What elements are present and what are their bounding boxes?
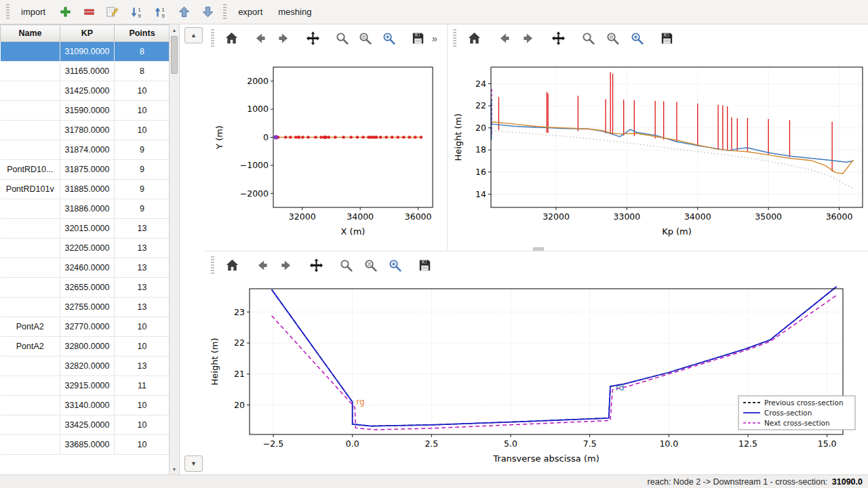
cell-name[interactable] [1, 239, 60, 258]
cell-name[interactable] [1, 81, 60, 101]
cell-name[interactable] [1, 219, 60, 239]
back-button[interactable] [252, 255, 272, 275]
cell-kp[interactable]: 31875.0000 [60, 160, 115, 180]
cell-points[interactable]: 13 [115, 239, 170, 258]
home-button[interactable] [464, 28, 484, 48]
table-row[interactable]: 32820.000013 [1, 357, 170, 376]
table-row[interactable]: PontA232770.000010 [1, 317, 170, 337]
cell-kp[interactable]: 31590.0000 [60, 101, 115, 121]
toolbar-overflow-chevron[interactable]: » [432, 33, 437, 44]
scroll-up-icon[interactable]: ▲ [170, 25, 179, 35]
table-row[interactable]: 31590.000010 [1, 101, 170, 121]
column-header-points[interactable]: Points [115, 25, 170, 42]
cell-name[interactable] [1, 199, 60, 219]
table-row[interactable]: 32460.000013 [1, 258, 170, 278]
cell-points[interactable]: 11 [115, 376, 170, 396]
section-down-button[interactable]: ▼ [184, 455, 203, 472]
cell-points[interactable]: 10 [115, 435, 170, 455]
cell-kp[interactable]: 32770.0000 [60, 317, 115, 337]
cell-points[interactable]: 10 [115, 101, 170, 121]
cell-kp[interactable]: 32820.0000 [60, 357, 115, 376]
cell-points[interactable]: 13 [115, 357, 170, 376]
cell-kp[interactable]: 33685.0000 [60, 435, 115, 455]
table-scrollbar[interactable]: ▲ ▼ [170, 24, 180, 474]
cell-kp[interactable]: 31874.0000 [60, 140, 115, 160]
table-row[interactable]: 31425.000010 [1, 81, 170, 101]
trace-chart[interactable]: 320003400036000−2000−1000010002000X (m)Y… [205, 52, 444, 247]
cell-name[interactable]: PontA2 [1, 317, 60, 337]
cell-points[interactable]: 13 [115, 219, 170, 239]
profile-chart[interactable]: 3200033000340003500036000141618202224Kp … [448, 52, 868, 247]
column-header-kp[interactable]: KP [60, 25, 115, 42]
table-row[interactable]: PontRD10...31875.00009 [1, 160, 170, 180]
table-row[interactable]: 31886.00009 [1, 199, 170, 219]
export-button[interactable]: export [231, 3, 269, 20]
import-button[interactable]: import [14, 3, 52, 20]
cell-name[interactable] [1, 258, 60, 278]
cell-points[interactable]: 13 [115, 298, 170, 317]
move-up-button[interactable] [174, 3, 194, 22]
cell-name[interactable] [1, 42, 60, 62]
table-row[interactable]: 32655.000013 [1, 278, 170, 298]
cell-name[interactable] [1, 435, 60, 455]
cell-name[interactable] [1, 396, 60, 415]
pan-button[interactable] [306, 255, 326, 275]
table-row[interactable]: 33425.000010 [1, 415, 170, 435]
cell-name[interactable]: PontA2 [1, 337, 60, 357]
cell-name[interactable] [1, 140, 60, 160]
pan-button[interactable] [303, 28, 323, 48]
cell-kp[interactable]: 31425.0000 [60, 81, 115, 101]
cell-kp[interactable]: 32205.0000 [60, 239, 115, 258]
cell-points[interactable]: 10 [115, 396, 170, 415]
table-row[interactable]: 33685.000010 [1, 435, 170, 455]
cell-points[interactable]: 10 [115, 81, 170, 101]
column-header-name[interactable]: Name [1, 25, 60, 42]
cell-points[interactable]: 10 [115, 337, 170, 357]
cell-name[interactable]: PontRD10... [1, 160, 60, 180]
cell-name[interactable] [1, 62, 60, 81]
cell-kp[interactable]: 31886.0000 [60, 199, 115, 219]
forward-button[interactable] [274, 28, 294, 48]
cell-points[interactable]: 9 [115, 140, 170, 160]
cell-points[interactable]: 13 [115, 278, 170, 298]
cell-points[interactable]: 10 [115, 121, 170, 140]
cell-name[interactable] [1, 278, 60, 298]
cell-kp[interactable]: 31780.0000 [60, 121, 115, 140]
configure-subplots-button[interactable] [602, 28, 623, 48]
back-button[interactable] [494, 28, 514, 48]
cell-kp[interactable]: 31090.0000 [60, 42, 115, 62]
home-button[interactable] [222, 255, 242, 275]
configure-subplots-button[interactable] [355, 28, 375, 48]
cell-kp[interactable]: 32755.0000 [60, 298, 115, 317]
table-row[interactable]: 31165.00008 [1, 62, 170, 81]
section-up-button[interactable]: ▲ [184, 27, 203, 43]
zoom-button[interactable] [332, 28, 352, 48]
cell-name[interactable] [1, 121, 60, 140]
home-button[interactable] [222, 28, 241, 48]
table-row[interactable]: 33140.000010 [1, 396, 170, 415]
cell-kp[interactable]: 32800.0000 [60, 337, 115, 357]
cell-points[interactable]: 8 [115, 42, 170, 62]
table-row[interactable]: PontA232800.000010 [1, 337, 170, 357]
scrollbar-thumb[interactable] [171, 36, 178, 74]
cell-kp[interactable]: 32460.0000 [60, 258, 115, 278]
save-button[interactable] [656, 28, 677, 48]
customize-button[interactable] [627, 28, 647, 48]
remove-button[interactable] [79, 3, 99, 22]
cell-kp[interactable]: 32015.0000 [60, 219, 115, 239]
cross-section-chart[interactable]: rgrd−2.50.02.55.07.510.012.515.020212223… [205, 279, 867, 475]
cell-kp[interactable]: 31165.0000 [60, 62, 115, 81]
table-row[interactable]: 32015.000013 [1, 219, 170, 239]
cell-name[interactable] [1, 357, 60, 376]
back-button[interactable] [251, 28, 271, 48]
customize-button[interactable] [379, 28, 399, 48]
cell-name[interactable] [1, 101, 60, 121]
scroll-down-icon[interactable]: ▼ [170, 464, 179, 474]
add-button[interactable] [55, 3, 75, 22]
cell-kp[interactable]: 33425.0000 [60, 415, 115, 435]
cell-kp[interactable]: 31885.0000 [60, 180, 115, 199]
zoom-button[interactable] [578, 28, 598, 48]
cell-points[interactable]: 10 [115, 317, 170, 337]
cell-kp[interactable]: 33140.0000 [60, 396, 115, 415]
move-down-button[interactable] [197, 3, 218, 22]
